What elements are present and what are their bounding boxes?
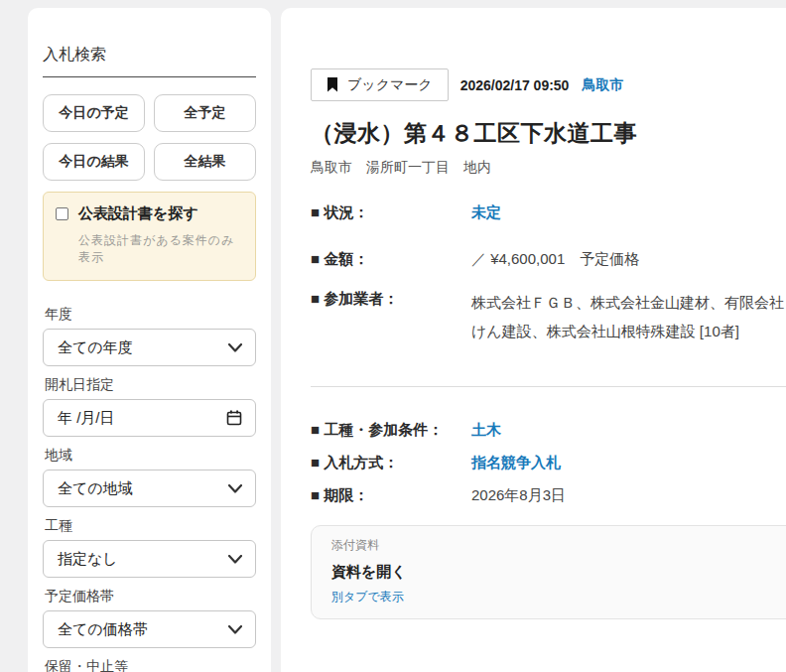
participants-value: 株式会社ＦＧＢ、株式会社金山建材、有限会社 けん建設、株式会社山根特殊建設 [1… — [471, 288, 784, 345]
amount-label: ■ 金額： — [311, 248, 471, 269]
bookmark-icon — [327, 77, 338, 92]
today-schedule-button[interactable]: 今日の予定 — [43, 94, 145, 132]
attachment-box: 添付資料 資料を開く 別タブで表示 — [311, 525, 786, 619]
org-link[interactable]: 鳥取市 — [582, 76, 623, 94]
region-label: 地域 — [45, 447, 254, 465]
participants-row: ■ 参加業者： 株式会社ＦＧＢ、株式会社金山建材、有限会社 けん建設、株式会社山… — [311, 288, 786, 345]
chevron-down-icon — [228, 555, 242, 564]
region-select[interactable]: 全ての地域 — [43, 470, 256, 507]
region-select-value: 全ての地域 — [58, 479, 133, 498]
quick-buttons: 今日の予定 全予定 今日の結果 全結果 — [43, 94, 256, 181]
all-results-button[interactable]: 全結果 — [154, 143, 256, 181]
open-document-link[interactable]: 資料を開く — [331, 563, 786, 582]
chevron-down-icon — [228, 343, 242, 352]
price-range-select-value: 全ての価格帯 — [58, 620, 148, 639]
design-doc-note: 公表設計書がある案件のみ表示 — [78, 232, 245, 266]
chevron-down-icon — [228, 625, 242, 634]
year-select[interactable]: 全ての年度 — [43, 329, 256, 366]
today-results-button[interactable]: 今日の結果 — [43, 143, 145, 181]
year-label: 年度 — [45, 306, 254, 324]
conditions-rows: ■ 工種・参加条件： 土木 ■ 入札方式： 指名競争入札 ■ 期限： 2026年… — [311, 419, 786, 505]
calendar-icon[interactable] — [226, 410, 242, 426]
location-text: 鳥取市 湯所町一丁目 地内 — [311, 159, 786, 177]
sidebar-divider — [43, 76, 256, 77]
open-date-label: 開札日指定 — [45, 376, 254, 394]
all-schedule-button[interactable]: 全予定 — [154, 94, 256, 132]
hold-cancel-label: 保留・中止等 — [45, 658, 254, 672]
worktype-select-value: 指定なし — [58, 550, 118, 569]
worktype-label: 工種 — [45, 517, 254, 535]
bid-detail-panel: ブックマーク 2026/02/17 09:50 鳥取市 （浸水）第４８工区下水道… — [281, 8, 786, 672]
sidebar-title: 入札検索 — [43, 45, 256, 66]
status-label: ■ 状況： — [311, 202, 471, 222]
participants-label: ■ 参加業者： — [311, 288, 471, 309]
deadline-value: 2026年8月3日 — [471, 484, 566, 505]
open-date-value: 年 /月/日 — [58, 409, 115, 428]
detail-rows: ■ 状況： 未定 ■ 金額： ／ ¥4,600,001 予定価格 ■ 参加業者：… — [311, 202, 786, 345]
attachment-header: 添付資料 — [331, 537, 786, 554]
design-doc-label: 公表設計書を探す — [78, 204, 198, 223]
status-value-link[interactable]: 未定 — [471, 202, 501, 222]
section-divider — [311, 386, 786, 387]
deadline-row: ■ 期限： 2026年8月3日 — [311, 484, 786, 505]
bookmark-button[interactable]: ブックマーク — [311, 68, 449, 101]
open-in-new-tab-link[interactable]: 別タブで表示 — [331, 589, 786, 605]
published-datetime: 2026/02/17 09:50 — [460, 77, 570, 93]
bookmark-button-label: ブックマーク — [347, 76, 433, 94]
worktype-row: ■ 工種・参加条件： 土木 — [311, 419, 786, 440]
open-date-input[interactable]: 年 /月/日 — [43, 399, 256, 437]
amount-row: ■ 金額： ／ ¥4,600,001 予定価格 — [311, 248, 786, 269]
amount-value: ／ ¥4,600,001 予定価格 — [471, 248, 639, 269]
worktype-select[interactable]: 指定なし — [43, 540, 256, 578]
page-title: （浸水）第４８工区下水道工事 — [311, 118, 786, 149]
status-row: ■ 状況： 未定 — [311, 202, 786, 222]
design-doc-checkbox[interactable] — [56, 207, 68, 220]
chevron-down-icon — [228, 484, 242, 493]
worktype-value-link[interactable]: 土木 — [471, 419, 501, 440]
design-doc-panel: 公表設計書を探す 公表設計書がある案件のみ表示 — [43, 192, 256, 281]
participants-line2: けん建設、株式会社山根特殊建設 [10者] — [471, 317, 784, 345]
search-sidebar: 入札検索 今日の予定 全予定 今日の結果 全結果 公表設計書を探す 公表設計書が… — [28, 8, 271, 672]
price-range-label: 予定価格帯 — [45, 588, 254, 605]
method-row: ■ 入札方式： 指名競争入札 — [311, 452, 786, 472]
price-range-select[interactable]: 全ての価格帯 — [43, 610, 256, 648]
method-value-link[interactable]: 指名競争入札 — [471, 452, 561, 472]
meta-row: ブックマーク 2026/02/17 09:50 鳥取市 — [311, 68, 786, 101]
participants-line1: 株式会社ＦＧＢ、株式会社金山建材、有限会社 — [471, 288, 784, 317]
method-row-label: ■ 入札方式： — [311, 452, 471, 472]
worktype-row-label: ■ 工種・参加条件： — [311, 419, 471, 440]
year-select-value: 全ての年度 — [58, 338, 133, 357]
deadline-row-label: ■ 期限： — [311, 484, 471, 505]
